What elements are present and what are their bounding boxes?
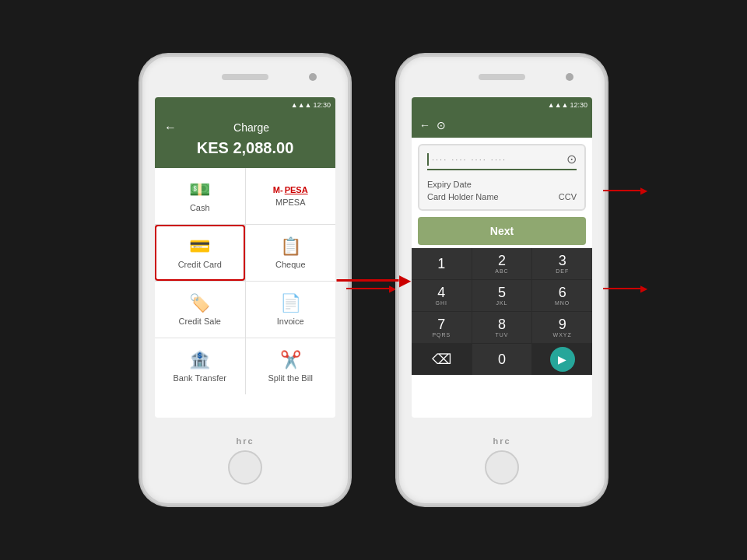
cash-icon: 💵: [189, 180, 210, 200]
phone-2-camera: [566, 73, 573, 81]
next-button[interactable]: Next: [418, 217, 586, 245]
payment-mpesa[interactable]: M- PESA MPESA: [246, 168, 336, 224]
payment-split-bill[interactable]: ✂️ Split the Bill: [246, 338, 336, 394]
card-number-placeholder: ···· ···· ···· ····: [432, 155, 507, 164]
key-8-main: 8: [498, 317, 506, 331]
key-2-main: 2: [498, 254, 506, 268]
app-header-top: ← Charge: [164, 121, 326, 135]
pointer-next-btn: ▶: [603, 283, 647, 294]
credit-sale-label: Credit Sale: [179, 317, 221, 326]
card-holder-label: Card Holder Name: [427, 192, 499, 201]
key-9-main: 9: [559, 317, 566, 331]
payment-grid: 💵 Cash M- PESA MPESA 💳 Credit Card 📋: [155, 168, 335, 394]
phone-1-speaker: [222, 74, 268, 80]
phone-1-top: [142, 57, 348, 97]
phone-1: ▲▲▲ 12:30 ← Charge KES 2,088.00 💵 Cash: [140, 54, 350, 506]
key-7-sub: PQRS: [432, 332, 451, 338]
payment-bank-transfer[interactable]: 🏦 Bank Transfer: [155, 338, 245, 394]
key-3-sub: DEF: [556, 268, 569, 274]
phone-1-home-btn[interactable]: [228, 450, 262, 485]
payment-credit-card[interactable]: 💳 Credit Card: [155, 225, 245, 281]
key-3[interactable]: 3 DEF: [532, 248, 592, 279]
phone-1-camera: [309, 73, 317, 81]
key-backspace[interactable]: ⌫: [412, 344, 472, 375]
charge-amount: KES 2,088.00: [164, 139, 326, 157]
card-nav: ← ⊙: [412, 113, 592, 138]
key-4-sub: GHI: [436, 300, 447, 306]
key-4[interactable]: 4 GHI: [412, 280, 472, 311]
cash-label: Cash: [190, 203, 210, 212]
key-5-sub: JKL: [496, 300, 507, 306]
phone-2-top: [399, 57, 605, 97]
mpesa-pesa-label: PESA: [285, 185, 308, 194]
phone-1-bottom: hrc: [228, 418, 262, 503]
key-6[interactable]: 6 MNO: [532, 280, 592, 311]
credit-card-icon: 💳: [189, 236, 210, 257]
ccv-label: CCV: [559, 192, 577, 201]
status-icons-2: ▲▲▲ 12:30: [548, 101, 587, 109]
status-bar-1: ▲▲▲ 12:30: [155, 97, 335, 113]
key-6-main: 6: [559, 285, 566, 299]
main-arrow-head: ▶: [399, 271, 411, 289]
scene: ▲▲▲ 12:30 ← Charge KES 2,088.00 💵 Cash: [0, 0, 747, 560]
credit-sale-icon: 🏷️: [189, 293, 210, 313]
pointer-line-card: [603, 190, 640, 191]
phone-2-brand: hrc: [493, 436, 510, 446]
expiry-date-label: Expiry Date: [427, 180, 577, 189]
phone-2-bottom: hrc: [485, 418, 519, 503]
key-9[interactable]: 9 WXYZ: [532, 312, 592, 343]
key-8-sub: TUV: [495, 332, 508, 338]
status-bar-2: ▲▲▲ 12:30: [412, 97, 592, 113]
card-number-field[interactable]: ···· ···· ···· ····: [427, 153, 577, 170]
key-5[interactable]: 5 JKL: [472, 280, 532, 311]
time-display-1: 12:30: [313, 101, 331, 109]
back-button-1[interactable]: ←: [164, 121, 177, 135]
payment-cash[interactable]: 💵 Cash: [155, 168, 245, 224]
phone-2-home-btn[interactable]: [485, 450, 519, 485]
key-9-sub: WXYZ: [553, 332, 572, 338]
bank-transfer-icon: 🏦: [189, 350, 210, 370]
key-2-sub: ABC: [495, 268, 508, 274]
key-4-main: 4: [437, 285, 445, 299]
go-button[interactable]: ▶: [550, 347, 575, 372]
phone-2-speaker: [479, 74, 525, 80]
mpesa-label: MPESA: [275, 198, 306, 207]
invoice-label: Invoice: [277, 317, 304, 326]
cheque-icon: 📋: [280, 236, 301, 257]
key-7-main: 7: [437, 317, 445, 331]
chip-icon: ⊙: [566, 152, 577, 166]
pointer-arrowhead-card: ▶: [640, 185, 647, 196]
main-arrow-line: [337, 279, 399, 282]
phone-2-screen: ▲▲▲ 12:30 ← ⊙ ⊙ ···· ···· ···· ···· Expi…: [412, 97, 592, 418]
main-arrow: ▶: [337, 271, 411, 289]
key-3-main: 3: [559, 254, 566, 268]
app-title-1: Charge: [177, 121, 326, 134]
card-cursor: [427, 153, 429, 166]
split-bill-icon: ✂️: [280, 350, 301, 370]
credit-card-label: Credit Card: [178, 260, 222, 269]
settings-icon[interactable]: ⊙: [437, 119, 446, 131]
key-2[interactable]: 2 ABC: [472, 248, 532, 279]
split-bill-label: Split the Bill: [268, 373, 313, 383]
key-1[interactable]: 1: [412, 248, 472, 279]
signal-icon: ▲▲▲: [291, 101, 312, 109]
key-go[interactable]: ▶: [532, 344, 592, 375]
status-icons-1: ▲▲▲ 12:30: [291, 101, 331, 109]
back-button-2[interactable]: ←: [419, 119, 430, 131]
key-5-main: 5: [498, 285, 506, 299]
payment-credit-sale[interactable]: 🏷️ Credit Sale: [155, 282, 245, 338]
bank-transfer-label: Bank Transfer: [174, 373, 226, 383]
card-form: ⊙ ···· ···· ···· ···· Expiry Date Card H…: [418, 144, 586, 211]
card-bottom-row: Card Holder Name CCV: [427, 192, 577, 201]
app-header-1: ← Charge KES 2,088.00: [155, 113, 335, 168]
key-0[interactable]: 0: [472, 344, 532, 375]
key-8[interactable]: 8 TUV: [472, 312, 532, 343]
payment-invoice[interactable]: 📄 Invoice: [246, 282, 336, 338]
pointer-arrowhead-next: ▶: [640, 283, 647, 294]
pointer-line-next: [603, 288, 640, 289]
go-arrow-icon: ▶: [558, 353, 566, 366]
payment-cheque[interactable]: 📋 Cheque: [246, 225, 336, 281]
signal-icon-2: ▲▲▲: [548, 101, 569, 109]
cheque-label: Cheque: [275, 260, 306, 269]
key-7[interactable]: 7 PQRS: [412, 312, 472, 343]
